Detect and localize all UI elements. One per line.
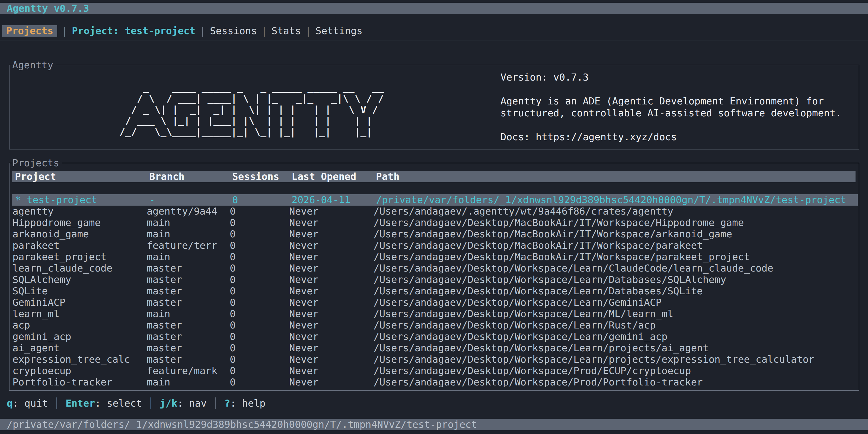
row-branch: agentty/9a44 bbox=[147, 206, 217, 217]
row-branch: feature/mark bbox=[147, 365, 217, 376]
table-row[interactable]: GeminiACP master 0 Never /Users/andagaev… bbox=[9, 297, 859, 308]
status-path: /private/var/folders/_1/xdnwsnl929d389bh… bbox=[7, 419, 477, 430]
row-branch: master bbox=[147, 319, 182, 331]
selected-last-opened: 2026-04-11 bbox=[291, 194, 350, 206]
table-row[interactable]: arkanoid_game main 0 Never /Users/andaga… bbox=[9, 228, 859, 240]
tab-separator: | bbox=[305, 26, 311, 37]
row-project-name: acp bbox=[12, 319, 30, 331]
row-sessions: 0 bbox=[230, 206, 236, 217]
row-path: /Users/andagaev/.agentty/wt/9a446f86/cra… bbox=[373, 206, 673, 217]
table-row[interactable]: acp master 0 Never /Users/andagaev/Deskt… bbox=[9, 319, 859, 331]
row-path: /Users/andagaev/Desktop/Workspace/Prod/P… bbox=[373, 376, 703, 388]
row-path: /Users/andagaev/Desktop/Workspace/Learn/… bbox=[373, 262, 773, 274]
row-last-opened: Never bbox=[289, 331, 318, 342]
row-last-opened: Never bbox=[289, 228, 318, 240]
table-row[interactable]: Hippodrome_game main 0 Never /Users/anda… bbox=[9, 217, 859, 228]
help-key-enter: Enter bbox=[66, 398, 95, 409]
row-branch: feature/terr bbox=[147, 240, 217, 251]
status-bar: /private/var/folders/_1/xdnwsnl929d389bh… bbox=[0, 419, 868, 430]
table-row[interactable]: expression_tree_calc master 0 Never /Use… bbox=[9, 354, 859, 365]
help-desc: : help bbox=[230, 398, 266, 409]
row-project-name: agentty bbox=[12, 206, 54, 217]
projects-panel-title: Projects bbox=[12, 157, 62, 169]
row-project-name: gemini_acp bbox=[12, 331, 71, 342]
table-row[interactable]: SQLAlchemy master 0 Never /Users/andagae… bbox=[9, 274, 859, 285]
tab-project-current[interactable]: Project: test-project bbox=[72, 25, 195, 37]
row-branch: master bbox=[147, 262, 182, 274]
row-last-opened: Never bbox=[289, 240, 318, 251]
tab-separator: | bbox=[199, 26, 206, 37]
row-sessions: 0 bbox=[230, 319, 236, 331]
row-branch: main bbox=[147, 251, 170, 262]
row-branch: main bbox=[147, 228, 170, 240]
row-last-opened: Never bbox=[289, 376, 318, 388]
tab-bar-divider bbox=[0, 40, 868, 40]
row-path: /Users/andagaev/Desktop/MacBookAir/IT/Wo… bbox=[373, 228, 732, 240]
row-last-opened: Never bbox=[289, 297, 318, 308]
row-sessions: 0 bbox=[230, 217, 236, 228]
tab-settings[interactable]: Settings bbox=[315, 25, 362, 37]
table-row[interactable]: gemini_acp master 0 Never /Users/andagae… bbox=[9, 331, 859, 342]
row-sessions: 0 bbox=[230, 297, 236, 308]
row-branch: master bbox=[147, 331, 182, 342]
row-sessions: 0 bbox=[230, 251, 236, 262]
row-path: /Users/andagaev/Desktop/Workspace/Learn/… bbox=[373, 331, 668, 342]
terminal-screen: Agentty v0.7.3 Projects | Project: test-… bbox=[0, 0, 868, 434]
row-last-opened: Never bbox=[289, 274, 318, 285]
row-path: /Users/andagaev/Desktop/Workspace/Learn/… bbox=[373, 274, 726, 285]
tab-projects[interactable]: Projects bbox=[2, 25, 57, 37]
row-branch: main bbox=[147, 376, 170, 388]
tab-separator: | bbox=[261, 26, 267, 37]
table-row[interactable]: learn_ml main 0 Never /Users/andagaev/De… bbox=[9, 308, 859, 319]
row-sessions: 0 bbox=[230, 354, 236, 365]
row-sessions: 0 bbox=[230, 331, 236, 342]
table-row[interactable]: cryptoecup feature/mark 0 Never /Users/a… bbox=[9, 365, 859, 376]
row-project-name: expression_tree_calc bbox=[12, 354, 130, 365]
tab-sessions[interactable]: Sessions bbox=[210, 25, 257, 37]
row-branch: master bbox=[147, 285, 182, 297]
row-last-opened: Never bbox=[289, 308, 318, 319]
tab-stats[interactable]: Stats bbox=[272, 25, 301, 37]
row-last-opened: Never bbox=[289, 217, 318, 228]
help-separator: │ bbox=[48, 398, 66, 409]
row-path: /Users/andagaev/Desktop/Workspace/Learn/… bbox=[373, 285, 703, 297]
help-desc: : nav bbox=[177, 398, 207, 409]
row-sessions: 0 bbox=[230, 228, 236, 240]
row-path: /Users/andagaev/Desktop/Workspace/Learn/… bbox=[373, 308, 673, 319]
help-desc: : select bbox=[95, 398, 142, 409]
row-last-opened: Never bbox=[289, 206, 318, 217]
row-project-name: arkanoid_game bbox=[12, 228, 89, 240]
tab-separator: | bbox=[62, 26, 67, 37]
row-sessions: 0 bbox=[230, 376, 236, 388]
table-row-selected[interactable]: * test-project - 0 2026-04-11 /private/v… bbox=[12, 194, 858, 206]
table-row[interactable]: parakeet_project main 0 Never /Users/and… bbox=[9, 251, 859, 262]
row-path: /Users/andagaev/Desktop/MacBookAir/IT/Wo… bbox=[373, 251, 750, 262]
row-path: /Users/andagaev/Desktop/Workspace/Learn/… bbox=[373, 319, 656, 331]
row-project-name: SQLAlchemy bbox=[12, 274, 71, 285]
table-row[interactable]: Portfolio-tracker main 0 Never /Users/an… bbox=[9, 376, 859, 388]
column-header-project: Project bbox=[15, 171, 56, 182]
table-row[interactable]: parakeet feature/terr 0 Never /Users/and… bbox=[9, 240, 859, 251]
row-path: /Users/andagaev/Desktop/MacBookAir/IT/Wo… bbox=[373, 240, 703, 251]
row-last-opened: Never bbox=[289, 365, 318, 376]
row-path: /Users/andagaev/Desktop/Workspace/Learn/… bbox=[373, 354, 814, 365]
row-last-opened: Never bbox=[289, 285, 318, 297]
table-row[interactable]: SQLite master 0 Never /Users/andagaev/De… bbox=[9, 285, 859, 297]
row-project-name: learn_ml bbox=[12, 308, 59, 319]
help-separator: │ bbox=[142, 398, 160, 409]
row-sessions: 0 bbox=[230, 285, 236, 297]
agentty-panel: Agentty _ ____ _____ _ _ _____ _____ __ … bbox=[9, 65, 859, 150]
projects-table-header: Project Branch Sessions Last Opened Path bbox=[12, 171, 856, 182]
help-key--: ? bbox=[224, 398, 230, 409]
row-last-opened: Never bbox=[289, 251, 318, 262]
row-last-opened: Never bbox=[289, 262, 318, 274]
table-row[interactable]: learn_claude_code master 0 Never /Users/… bbox=[9, 262, 859, 274]
table-row[interactable]: agentty agentty/9a44 0 Never /Users/anda… bbox=[9, 206, 859, 217]
row-project-name: parakeet bbox=[12, 240, 59, 251]
selected-path: /private/var/folders/_1/xdnwsnl929d389bh… bbox=[376, 194, 846, 206]
table-row[interactable]: ai_agent master 0 Never /Users/andagaev/… bbox=[9, 342, 859, 354]
row-path: /Users/andagaev/Desktop/Workspace/Prod/E… bbox=[373, 365, 691, 376]
row-sessions: 0 bbox=[230, 365, 236, 376]
row-last-opened: Never bbox=[289, 319, 318, 331]
row-branch: master bbox=[147, 297, 182, 308]
